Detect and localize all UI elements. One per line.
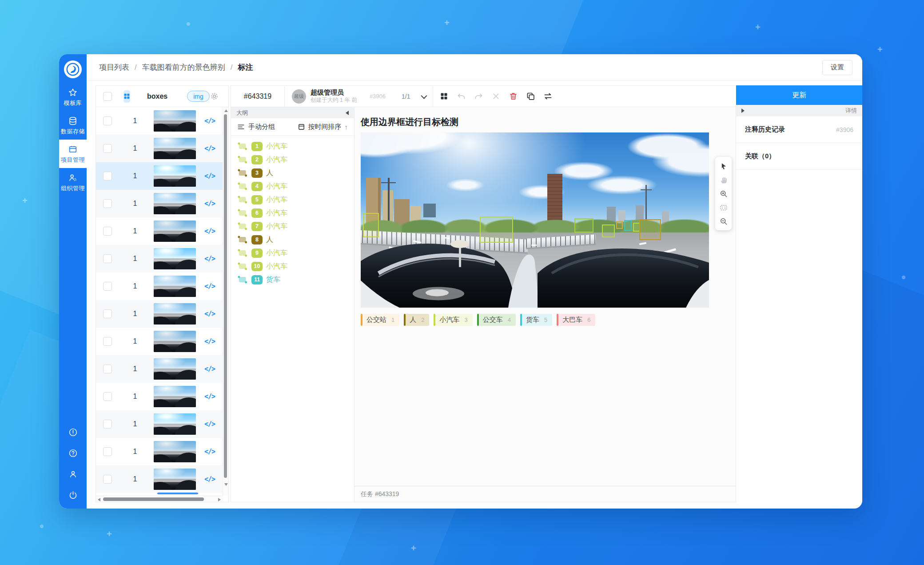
bounding-box[interactable] [616, 221, 622, 229]
settings-button[interactable]: 设置 [822, 60, 852, 75]
code-icon[interactable]: </> [204, 310, 215, 318]
code-icon[interactable]: </> [204, 117, 215, 125]
row-checkbox[interactable] [103, 172, 112, 180]
file-row[interactable]: 1 </> [96, 383, 228, 410]
thumbnail-panorama[interactable] [154, 138, 196, 159]
row-checkbox[interactable] [103, 199, 112, 208]
file-row[interactable]: 1 </> [96, 217, 228, 245]
thumbnail-panorama[interactable] [154, 276, 196, 297]
scroll-left-arrow[interactable] [98, 498, 100, 501]
app-logo[interactable] [64, 60, 82, 78]
thumbnail-panorama[interactable] [154, 220, 196, 242]
label-chip[interactable]: 公交车 4 [477, 314, 516, 326]
sidebar-item-projects[interactable]: 项目管理 [59, 140, 87, 168]
redo-button[interactable] [472, 90, 486, 103]
code-icon[interactable]: </> [204, 144, 215, 152]
region-list-item[interactable]: 8 人 [231, 233, 354, 246]
thumbnail-panorama[interactable] [154, 441, 196, 462]
file-row[interactable]: 1 </> [96, 465, 228, 493]
label-chip[interactable]: 人 2 [404, 314, 429, 326]
code-icon[interactable]: </> [204, 172, 215, 180]
region-list-item[interactable]: 5 小汽车 [231, 193, 354, 206]
file-row[interactable]: 1 </> [96, 410, 228, 438]
file-row[interactable]: 1 </> [96, 245, 228, 272]
thumbnail-panorama[interactable] [154, 303, 196, 325]
region-list-item[interactable]: 10 小汽车 [231, 260, 354, 273]
grid-view-button[interactable] [123, 90, 130, 103]
relations-row[interactable]: 关联（0） [736, 143, 862, 170]
region-list-item[interactable]: 9 小汽车 [231, 246, 354, 260]
power-icon[interactable] [68, 490, 78, 500]
thumbnail-panorama[interactable] [154, 386, 196, 407]
breadcrumb-projects[interactable]: 项目列表 [99, 62, 129, 72]
row-checkbox[interactable] [103, 116, 112, 125]
info-icon[interactable] [68, 428, 78, 437]
file-row[interactable]: 1 </> [96, 272, 228, 300]
thumbnail-panorama[interactable] [154, 358, 196, 380]
label-chip[interactable]: 货车 5 [520, 314, 552, 326]
row-checkbox[interactable] [103, 337, 112, 346]
row-checkbox[interactable] [103, 254, 112, 263]
group-by-label[interactable]: 手动分组 [248, 123, 275, 131]
region-list-item[interactable]: 2 小汽车 [231, 153, 354, 166]
user-icon[interactable] [68, 469, 78, 479]
sidebar-item-templates[interactable]: 模板库 [59, 83, 87, 111]
help-icon[interactable] [68, 449, 78, 458]
thumbnail-panorama[interactable] [154, 165, 196, 187]
copy-annotation-button[interactable] [524, 90, 538, 103]
row-checkbox[interactable] [103, 447, 112, 456]
file-row[interactable]: 1 </> [96, 190, 228, 217]
code-icon[interactable]: </> [204, 200, 215, 208]
sidebar-item-organization[interactable]: 组织管理 [59, 168, 87, 196]
row-checkbox[interactable] [103, 309, 112, 318]
thumbnail-panorama[interactable] [154, 469, 196, 490]
region-list-item[interactable]: 7 小汽车 [231, 220, 354, 233]
annotation-canvas-image[interactable] [361, 132, 709, 308]
undo-button[interactable] [455, 90, 468, 103]
region-list-item[interactable]: 4 小汽车 [231, 180, 354, 193]
region-list-item[interactable]: 1 小汽车 [231, 140, 354, 153]
bounding-box[interactable] [639, 219, 661, 240]
bounding-box[interactable] [624, 220, 632, 231]
file-row[interactable]: 1 </> [96, 300, 228, 328]
code-icon[interactable]: </> [204, 448, 215, 456]
scrollbar-thumb[interactable] [224, 114, 227, 478]
scroll-up-arrow[interactable] [224, 109, 228, 112]
sidebar-item-data-storage[interactable]: 数据存储 [59, 111, 87, 140]
file-row[interactable]: 1 </> [96, 438, 228, 465]
file-row[interactable]: 1 </> [96, 162, 228, 190]
sort-control[interactable]: 按时间排序 ↑ [298, 123, 348, 131]
code-icon[interactable]: </> [204, 365, 215, 373]
zoom-out-button[interactable] [716, 214, 731, 228]
bounding-box[interactable] [574, 218, 594, 232]
file-row[interactable]: 1 </> [96, 328, 228, 355]
select-all-checkbox[interactable] [103, 92, 112, 101]
code-icon[interactable]: </> [204, 475, 215, 483]
column-settings-button[interactable] [210, 92, 219, 101]
file-row[interactable]: 1 </> [96, 107, 228, 135]
row-checkbox[interactable] [103, 475, 112, 484]
sort-ascending-icon[interactable]: ↑ [345, 123, 348, 131]
annotator-info[interactable]: 超级 超级管理员 创建于大约 1 年 前 #3906 1/1 [285, 88, 433, 104]
code-icon[interactable]: </> [204, 282, 215, 290]
horizontal-scrollbar[interactable] [96, 496, 223, 502]
region-list-item[interactable]: 11 货车 [231, 273, 354, 286]
bounding-box[interactable] [363, 213, 379, 237]
row-checkbox[interactable] [103, 282, 112, 291]
transfer-button[interactable] [542, 90, 555, 103]
row-checkbox[interactable] [103, 227, 112, 236]
breadcrumb-project-name[interactable]: 车载图看前方的景色辨别 [142, 62, 225, 72]
type-filter-badge[interactable]: img [187, 91, 210, 102]
chevron-down-icon[interactable] [421, 92, 427, 99]
file-row[interactable]: 1 </> [96, 135, 228, 162]
code-icon[interactable]: </> [204, 393, 215, 401]
view-all-regions-button[interactable] [438, 90, 451, 103]
code-icon[interactable]: </> [204, 255, 215, 263]
label-chip[interactable]: 公交站 1 [361, 314, 399, 326]
update-button[interactable]: 更新 [736, 85, 862, 105]
zoom-in-button[interactable] [716, 187, 731, 200]
code-icon[interactable]: </> [204, 337, 215, 345]
region-list-item[interactable]: 6 小汽车 [231, 206, 354, 220]
pan-tool-button[interactable] [716, 173, 731, 187]
row-checkbox[interactable] [103, 420, 112, 429]
